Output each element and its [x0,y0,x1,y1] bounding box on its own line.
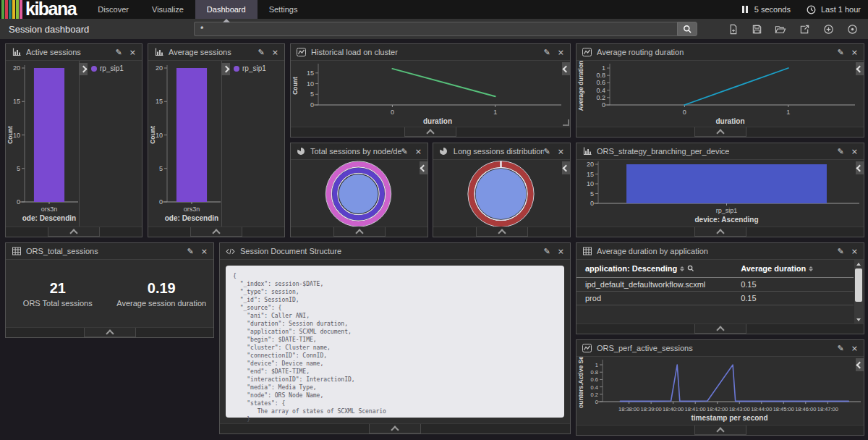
metric: 21ORS Total sessions [6,280,110,308]
nav-tab-settings[interactable]: Settings [258,0,310,19]
remove-panel-icon[interactable]: × [851,148,858,156]
panel-active-sessions: Active sessions ✎× 05101520Countode: Des… [5,43,142,237]
legend-toggle[interactable] [79,63,88,75]
svg-text:18:41:00: 18:41:00 [685,406,706,412]
edit-panel-icon[interactable]: ✎ [838,344,844,352]
nav-tabs: DiscoverVisualizeDashboardSettings [86,0,309,19]
scroll-down-arrow[interactable] [854,316,863,323]
collapse-toggle[interactable] [48,227,100,237]
table-row: ipd_default_defaultworkflow.scxml0.15 [576,278,854,292]
collapse-toggle[interactable] [333,227,386,237]
remove-panel-icon[interactable]: × [851,48,858,56]
nav-tab-dashboard[interactable]: Dashboard [195,0,258,19]
collapse-footer [6,227,142,237]
scroll-up-arrow[interactable] [854,260,863,268]
panel-ors-perf-active-sessions: ORS_perf_active_sessions ✎× 00.20.40.60.… [576,339,864,436]
edit-panel-icon[interactable]: ✎ [258,48,265,56]
legend-toggle[interactable] [856,358,864,371]
collapse-footer [576,127,864,137]
search-button[interactable] [677,22,697,36]
nav-tab-visualize[interactable]: Visualize [140,0,195,19]
total-sessions-pie[interactable] [291,160,426,227]
svg-text:0.8: 0.8 [591,369,598,376]
remove-panel-icon[interactable]: × [558,48,564,56]
average-sessions-chart[interactable]: 05101520Countode: Descendinors3n [148,61,221,227]
collapse-toggle[interactable] [369,424,421,433]
new-dashboard-icon[interactable] [727,23,739,35]
dashboard-options-icon[interactable] [846,23,858,35]
legend-item[interactable]: rp_sip1 [234,64,284,72]
remove-panel-icon[interactable]: × [851,344,858,352]
legend-toggle[interactable] [221,63,230,75]
remove-panel-icon[interactable]: × [558,148,564,156]
average-routing-duration-chart[interactable]: 00.20.40.60.81Average durationduration01 [576,61,862,127]
collapse-footer [576,323,864,334]
svg-text:0: 0 [391,109,394,116]
legend-toggle[interactable] [562,161,570,174]
svg-text:15: 15 [13,98,20,105]
share-dashboard-icon[interactable] [799,23,810,35]
remove-panel-icon[interactable]: × [201,248,208,255]
ors-perf-active-sessions-chart[interactable]: 00.20.40.60.81ounters.Active Setimestamp… [576,357,862,425]
edit-panel-icon[interactable]: ✎ [838,148,844,156]
panel-title: Session Document Structure [240,247,341,255]
table-scrollbar[interactable] [854,260,863,323]
historical-load-chart[interactable]: 051015Countduration01 [291,61,569,127]
collapse-toggle[interactable] [694,324,746,334]
remove-panel-icon[interactable]: × [415,148,422,156]
active-sessions-chart[interactable]: 05101520Countode: Descendinors3n [6,61,78,227]
edit-panel-icon[interactable]: ✎ [544,248,550,255]
svg-text:0: 0 [310,101,314,109]
legend-item[interactable]: rp_sip1 [91,64,142,72]
svg-text:device: Ascending: device: Ascending [695,216,759,224]
remove-panel-icon[interactable]: × [129,48,136,56]
legend-toggle[interactable] [856,62,864,75]
resize-handle[interactable] [563,119,569,126]
scrollbar-thumb[interactable] [855,268,862,302]
query-input[interactable] [194,22,677,36]
legend-toggle[interactable] [562,62,570,75]
pause-refresh-icon[interactable] [742,6,748,13]
svg-text:duration: duration [423,117,452,125]
nav-tab-discover[interactable]: Discover [86,0,140,19]
collapse-toggle[interactable] [694,227,746,237]
panel-title: ORS_total_sessions [26,247,98,255]
load-dashboard-icon[interactable] [775,23,786,35]
sort-icon[interactable] [680,266,684,271]
panel-title: Long sessions distribution [454,147,544,156]
panel-title: Historical load on cluster [311,48,398,56]
collapse-toggle[interactable] [190,227,242,237]
ors-strategy-branching-chart[interactable]: 05101520device: Ascendingrp_sip1 [576,160,862,227]
collapse-toggle[interactable] [694,426,746,435]
remove-panel-icon[interactable]: × [851,248,858,255]
remove-panel-icon[interactable]: × [272,48,278,56]
panel-ors-total-sessions: ORS_total_sessions ✎× 21ORS Total sessio… [5,242,214,338]
legend-toggle[interactable] [420,161,427,174]
edit-panel-icon[interactable]: ✎ [187,248,194,255]
edit-panel-icon[interactable]: ✎ [544,148,550,156]
collapse-toggle[interactable] [476,227,528,237]
sort-icon[interactable] [809,266,813,271]
save-dashboard-icon[interactable] [751,23,762,35]
edit-panel-icon[interactable]: ✎ [401,148,408,156]
edit-panel-icon[interactable]: ✎ [544,48,550,56]
column-header-application[interactable]: application: Descending [576,264,741,273]
refresh-interval-label[interactable]: 5 seconds [754,5,791,14]
panel-title: Average sessions [169,48,231,56]
collapse-toggle[interactable] [84,328,136,337]
panel-title: ORS_perf_active_sessions [597,344,693,352]
edit-panel-icon[interactable]: ✎ [838,248,844,255]
long-sessions-pie[interactable] [433,160,569,227]
edit-panel-icon[interactable]: ✎ [838,48,844,56]
remove-panel-icon[interactable]: × [558,248,564,255]
add-visualization-icon[interactable] [822,23,834,35]
svg-text:0: 0 [602,101,605,109]
svg-text:15: 15 [156,98,163,105]
column-header-average-duration[interactable]: Average duration [741,264,854,273]
panel-historical-load: Historical load on cluster ✎× 051015Coun… [290,43,571,138]
collapse-toggle[interactable] [404,127,456,137]
collapse-toggle[interactable] [694,127,746,137]
time-range-label[interactable]: Last 1 hour [821,5,861,14]
edit-panel-icon[interactable]: ✎ [116,48,122,56]
legend-toggle[interactable] [856,161,864,174]
